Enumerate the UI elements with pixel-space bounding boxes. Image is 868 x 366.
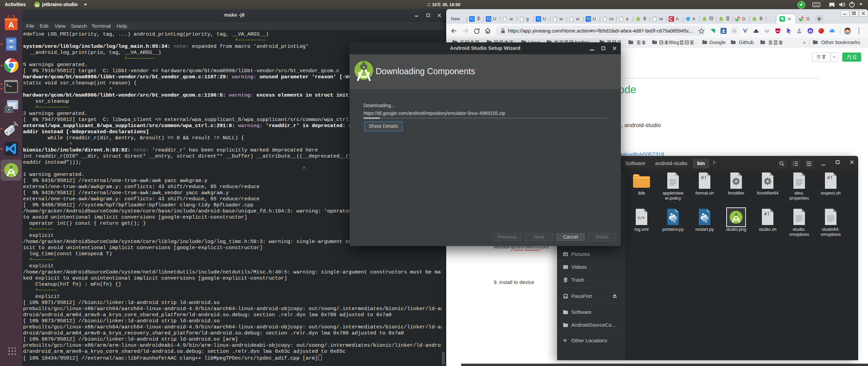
- svg-text:ABP: ABP: [776, 30, 780, 32]
- svg-text:#!: #!: [827, 175, 833, 181]
- svg-text:A: A: [8, 20, 14, 29]
- svg-text:#!: #!: [764, 211, 770, 217]
- svg-text:#!: #!: [701, 175, 707, 181]
- svg-text:</>: </>: [637, 216, 645, 221]
